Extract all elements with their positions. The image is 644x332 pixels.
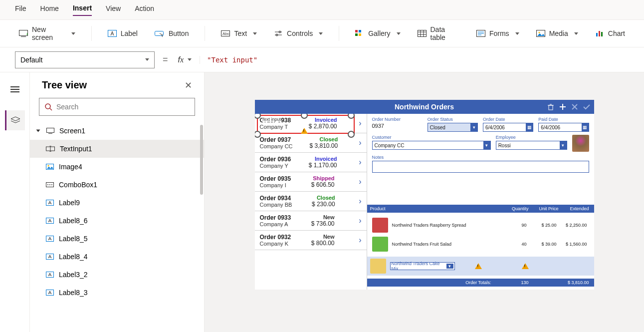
order-item[interactable]: Order 0933Company ANew$ 736.00› (255, 211, 367, 231)
ribbon-label-text: Label (121, 29, 138, 37)
chevron-right-icon[interactable]: › (359, 197, 361, 206)
ribbon-controls[interactable]: Controls (270, 26, 327, 40)
order-item[interactable]: Order 0934Company BBClosed$ 230.00› (255, 192, 367, 211)
tree-item-label8-3[interactable]: Label8_3 (30, 284, 204, 302)
order-company: Company I (260, 182, 291, 188)
product-thumbnail (372, 237, 388, 252)
label-employee: Employee (496, 135, 567, 140)
totals-ext: $ 3,810.00 (559, 280, 591, 285)
ribbon-chart[interactable]: Chart (591, 26, 629, 40)
resize-handle[interactable] (255, 131, 261, 138)
totals-qty: 130 (501, 280, 529, 285)
chevron-right-icon[interactable]: › (359, 177, 361, 186)
check-icon[interactable] (582, 102, 591, 111)
svg-point-44 (49, 184, 50, 185)
orders-gallery[interactable]: Text input Order 0938Company TInvoiced$ … (255, 114, 367, 290)
product-row[interactable]: Northwind Traders Raspberry Spread90$ 25… (372, 216, 589, 235)
plus-icon[interactable] (558, 102, 567, 111)
order-title: Order 0935 (260, 175, 291, 182)
product-qty: 90 (499, 223, 527, 228)
ribbon-label[interactable]: Label (104, 26, 142, 40)
tree-item-label: TextInput1 (60, 145, 92, 153)
customer-select[interactable]: Company CC▾ (372, 141, 491, 150)
tree-screen-label: Screen1 (59, 127, 85, 135)
notes-input[interactable] (372, 161, 589, 173)
product-unit-price: $ 25.00 (527, 223, 557, 228)
new-product-row[interactable]: Northwind Traders Cake Mix▾ (367, 257, 594, 276)
tree-item-label8-5[interactable]: Label8_5 (30, 230, 204, 248)
formula-input[interactable]: "Text input" (200, 56, 257, 64)
employee-avatar (572, 135, 589, 152)
chevron-right-icon[interactable]: › (359, 138, 361, 147)
order-date-picker[interactable]: 6/4/2006▦ (483, 123, 533, 132)
ribbon-datatable[interactable]: Data table (414, 22, 463, 44)
tree-item-image4[interactable]: Image4 (30, 158, 204, 176)
tree-screen1[interactable]: Screen1 (30, 122, 204, 140)
warning-icon[interactable] (301, 128, 308, 134)
totals-row: Order Totals: 130 $ 3,810.00 (367, 279, 594, 287)
scrollbar[interactable] (200, 125, 203, 195)
collapse-icon[interactable] (36, 130, 40, 132)
employee-select[interactable]: Rossi▾ (496, 141, 567, 150)
tree-item-label8-4[interactable]: Label8_4 (30, 248, 204, 266)
product-name: Northwind Traders Raspberry Spread (392, 223, 499, 228)
ribbon-text[interactable]: Abc Text (217, 26, 261, 40)
label-icon (46, 254, 54, 260)
order-company: Company CC (260, 143, 293, 149)
chevron-right-icon[interactable]: › (359, 216, 361, 225)
order-item[interactable]: Order 0935Company IShipped$ 606.50› (255, 172, 367, 192)
order-status: New (311, 214, 335, 220)
controls-icon (274, 30, 283, 37)
ribbon-new-screen[interactable]: + New screen (15, 22, 79, 44)
app-preview[interactable]: Northwind Orders Text input (255, 100, 594, 290)
paid-date-value: 6/4/2006 (541, 125, 560, 130)
ribbon-media[interactable]: Media (532, 26, 582, 40)
close-icon[interactable]: ✕ (185, 80, 192, 91)
resize-handle[interactable] (348, 131, 355, 138)
paid-date-picker[interactable]: 6/4/2006▦ (538, 123, 589, 132)
tree-item-combobox1[interactable]: ComboBox1 (30, 176, 204, 194)
tree-item-label: ComboBox1 (59, 181, 97, 189)
trash-icon[interactable] (546, 102, 555, 111)
tree-item-label8-6[interactable]: Label8_6 (30, 212, 204, 230)
ribbon-controls-label: Controls (287, 29, 313, 37)
menu-action[interactable]: Action (135, 4, 154, 15)
search-input[interactable] (56, 103, 190, 111)
order-item[interactable]: Order 0936Company YInvoiced$ 1,170.00› (255, 153, 367, 172)
chevron-right-icon[interactable]: › (359, 158, 361, 167)
order-date-value: 6/4/2006 (485, 125, 505, 130)
menu-file[interactable]: File (15, 4, 26, 15)
order-item[interactable]: Order 0932Company KNew$ 800.00› (255, 231, 367, 250)
menu-home[interactable]: Home (40, 4, 59, 15)
product-thumbnail (370, 259, 386, 274)
ribbon-forms[interactable]: Forms (472, 26, 523, 40)
status-value: Closed (430, 125, 445, 130)
label-order-status: Order Status (428, 117, 478, 122)
screen-icon: + (19, 30, 28, 37)
chevron-right-icon[interactable]: › (359, 236, 361, 245)
tree-search[interactable] (39, 98, 195, 116)
new-product-select[interactable]: Northwind Traders Cake Mix▾ (390, 262, 455, 270)
canvas[interactable]: Northwind Orders Text input (205, 72, 644, 332)
ribbon-button-text: Button (169, 29, 189, 37)
main: Tree view ✕ Screen1 TextInput1 Image4 (0, 72, 644, 332)
hamburger-icon[interactable] (5, 79, 25, 99)
tree-item-label: Label8_4 (59, 253, 88, 261)
tree-item-textinput1[interactable]: TextInput1 (30, 140, 204, 158)
image-icon (46, 164, 54, 170)
product-row[interactable]: Northwind Traders Fruit Salad40$ 39.00$ … (372, 235, 589, 254)
chevron-down-icon: ▾ (446, 264, 453, 269)
menu-view[interactable]: View (106, 4, 121, 15)
ribbon-gallery[interactable]: Gallery (351, 26, 404, 40)
ribbon-button[interactable]: Button (151, 26, 193, 40)
label-icon (46, 290, 54, 296)
property-selector[interactable]: Default (15, 51, 155, 68)
fx-button[interactable]: fx (176, 55, 192, 64)
status-select[interactable]: Closed▾ (428, 123, 478, 132)
cancel-icon[interactable] (570, 102, 579, 111)
chevron-right-icon[interactable]: › (359, 119, 361, 128)
menu-insert[interactable]: Insert (73, 4, 92, 16)
tree-item-label9[interactable]: Label9 (30, 194, 204, 212)
layers-icon[interactable] (5, 110, 25, 130)
tree-item-label3-2[interactable]: Label3_2 (30, 266, 204, 284)
